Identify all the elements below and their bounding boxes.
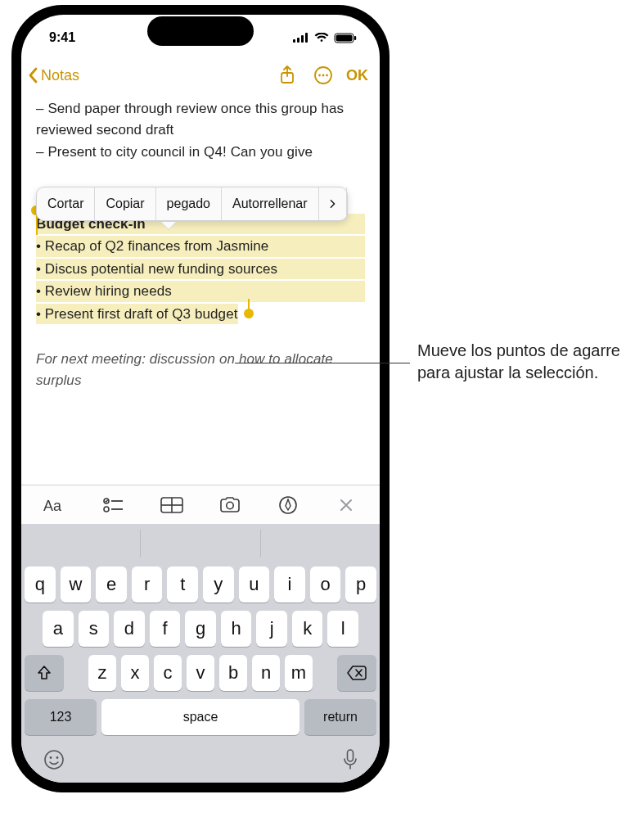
chevron-left-icon (26, 65, 41, 85)
svg-rect-5 (336, 34, 353, 41)
close-toolbar-button[interactable] (323, 490, 369, 521)
phone-frame: 9:41 Notas OK Cortar Copi (11, 5, 390, 792)
back-label: Notas (41, 67, 79, 84)
key-r[interactable]: r (132, 566, 163, 603)
svg-point-20 (226, 502, 232, 508)
menu-autofill[interactable]: Autorrellenar (222, 187, 319, 220)
emoji-button[interactable] (43, 748, 65, 774)
ellipsis-circle-icon (313, 65, 333, 85)
table-icon (160, 497, 183, 513)
key-h[interactable]: h (221, 611, 252, 647)
key-y[interactable]: y (203, 566, 234, 603)
back-button[interactable]: Notas (26, 65, 79, 85)
dictation-button[interactable] (342, 748, 358, 774)
keyboard-dock (25, 743, 376, 776)
cellular-icon (293, 33, 309, 43)
markup-button[interactable] (265, 490, 311, 521)
note-line: – Present to city council in Q4! Can you… (36, 142, 365, 163)
svg-rect-1 (297, 38, 299, 43)
dynamic-island (147, 16, 254, 46)
share-button[interactable] (271, 63, 304, 88)
svg-rect-2 (301, 35, 304, 43)
status-right (293, 33, 357, 43)
key-v[interactable]: v (187, 655, 214, 691)
key-g[interactable]: g (185, 611, 216, 647)
camera-button[interactable] (207, 490, 253, 521)
suggestion-cell[interactable] (141, 530, 260, 557)
svg-text:Aa: Aa (43, 498, 62, 514)
svg-point-22 (45, 751, 63, 769)
delete-key[interactable] (337, 655, 376, 691)
selection-bullet: • Present first draft of Q3 budget (36, 304, 238, 325)
selection-bullet: • Discus potential new funding sources (36, 259, 365, 280)
callout-leader (235, 363, 410, 363)
menu-copy[interactable]: Copiar (95, 187, 155, 220)
status-time: 9:41 (49, 30, 75, 45)
key-s[interactable]: s (79, 611, 110, 647)
suggestion-cell[interactable] (261, 530, 380, 557)
return-key[interactable]: return (304, 699, 376, 735)
key-k[interactable]: k (292, 611, 323, 647)
key-e[interactable]: e (96, 566, 127, 603)
checklist-button[interactable] (91, 490, 137, 521)
key-o[interactable]: o (310, 566, 341, 603)
svg-rect-6 (354, 36, 356, 40)
note-body[interactable]: – Send paper through review once this gr… (21, 93, 380, 392)
key-b[interactable]: b (219, 655, 247, 691)
screen: 9:41 Notas OK Cortar Copi (21, 15, 380, 783)
key-t[interactable]: t (167, 566, 198, 603)
svg-rect-0 (293, 39, 295, 43)
numeric-key[interactable]: 123 (25, 699, 97, 735)
key-n[interactable]: n (252, 655, 280, 691)
suggestion-cell[interactable] (21, 530, 141, 557)
shift-key[interactable] (25, 655, 64, 691)
delete-icon (347, 666, 367, 680)
svg-point-9 (318, 74, 321, 77)
close-icon (339, 498, 354, 512)
done-button[interactable]: OK (346, 67, 368, 84)
key-i[interactable]: i (274, 566, 305, 603)
chevron-right-icon (330, 197, 336, 210)
battery-icon (334, 33, 357, 43)
key-x[interactable]: x (121, 655, 149, 691)
key-l[interactable]: l (327, 611, 358, 647)
key-u[interactable]: u (239, 566, 270, 603)
svg-point-11 (326, 74, 328, 77)
menu-paste[interactable]: pegado (156, 187, 222, 220)
key-p[interactable]: p (345, 566, 376, 603)
text-format-button[interactable]: Aa (33, 490, 79, 521)
more-button[interactable] (307, 63, 340, 88)
key-f[interactable]: f (150, 611, 181, 647)
space-key[interactable]: space (101, 699, 299, 735)
menu-cut[interactable]: Cortar (37, 187, 95, 220)
camera-icon (218, 497, 241, 513)
menu-more[interactable] (319, 187, 347, 220)
svg-rect-25 (348, 750, 354, 761)
svg-point-23 (50, 756, 52, 759)
emoji-icon (43, 748, 65, 771)
svg-point-10 (322, 74, 325, 77)
key-a[interactable]: a (43, 611, 74, 647)
callout-text: Mueve los puntos de agarre para ajustar … (417, 340, 638, 384)
note-footnote: For next meeting: discussion on how to a… (36, 349, 365, 390)
wifi-icon (314, 33, 329, 43)
svg-rect-3 (305, 33, 308, 43)
key-d[interactable]: d (114, 611, 145, 647)
key-m[interactable]: m (285, 655, 313, 691)
key-c[interactable]: c (154, 655, 182, 691)
key-z[interactable]: z (88, 655, 116, 691)
key-w[interactable]: w (61, 566, 92, 603)
shift-icon (36, 665, 52, 681)
share-icon (279, 65, 295, 85)
edit-menu: Cortar Copiar pegado Autorrellenar (36, 187, 348, 221)
selection[interactable]: Budget check-in • Recap of Q2 finances f… (36, 214, 365, 327)
svg-point-24 (56, 756, 59, 759)
suggestion-bar[interactable] (21, 524, 380, 563)
keyboard: qwertyuiop asdfghjkl zxcvbnm 123 space r… (21, 563, 380, 783)
key-q[interactable]: q (25, 566, 56, 603)
pen-icon (278, 496, 298, 514)
key-j[interactable]: j (256, 611, 287, 647)
nav-bar: Notas OK (21, 57, 380, 93)
selection-bullet: • Review hiring needs (36, 281, 365, 302)
table-button[interactable] (149, 490, 195, 521)
